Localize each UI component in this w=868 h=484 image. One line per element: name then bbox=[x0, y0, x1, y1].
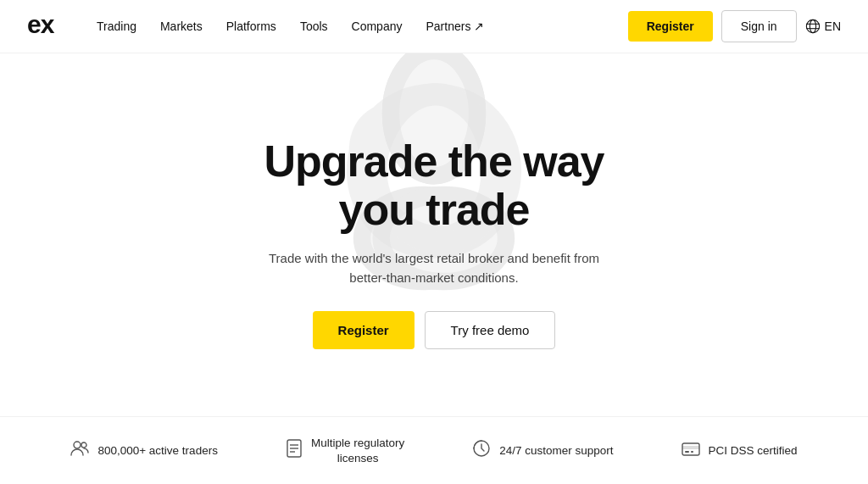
hero-buttons: Register Try free demo bbox=[256, 311, 612, 349]
svg-rect-17 bbox=[682, 446, 699, 449]
logo-svg: ex bbox=[27, 11, 63, 36]
support-icon bbox=[472, 439, 491, 462]
stat-traders-text: 800,000+ active traders bbox=[97, 443, 217, 459]
hero-section: Upgrade the way you trade Trade with the… bbox=[0, 53, 868, 416]
svg-text:ex: ex bbox=[27, 11, 55, 36]
svg-rect-19 bbox=[691, 451, 693, 453]
svg-point-1 bbox=[806, 19, 819, 32]
stat-licenses: Multiple regulatorylicenses bbox=[286, 436, 404, 465]
nav-actions: Register Sign in EN bbox=[628, 10, 841, 42]
register-hero-button[interactable]: Register bbox=[313, 311, 415, 349]
hero-content: Upgrade the way you trade Trade with the… bbox=[256, 137, 612, 349]
stats-bar: 800,000+ active traders Multiple regulat… bbox=[0, 416, 868, 484]
logo-text: ex bbox=[27, 11, 63, 42]
language-label: EN bbox=[825, 19, 841, 33]
hero-title-line2: you trade bbox=[338, 185, 529, 234]
globe-icon bbox=[805, 19, 821, 34]
nav-link-partners[interactable]: Partners ↗ bbox=[426, 19, 484, 33]
demo-button[interactable]: Try free demo bbox=[425, 311, 556, 349]
traders-icon bbox=[70, 441, 89, 460]
stat-licenses-text: Multiple regulatorylicenses bbox=[311, 436, 404, 465]
register-nav-button[interactable]: Register bbox=[628, 11, 713, 42]
nav-links: Trading Markets Platforms Tools Company … bbox=[97, 19, 628, 33]
hero-subtitle: Trade with the world's largest retail br… bbox=[256, 249, 612, 287]
pci-icon bbox=[682, 440, 700, 461]
licenses-icon bbox=[286, 439, 303, 462]
nav-link-platforms[interactable]: Platforms bbox=[226, 19, 276, 33]
nav-link-markets[interactable]: Markets bbox=[160, 19, 203, 33]
stat-pci: PCI DSS certified bbox=[682, 440, 798, 461]
svg-point-9 bbox=[74, 442, 81, 448]
stat-support: 24/7 customer support bbox=[472, 439, 613, 462]
logo[interactable]: ex bbox=[27, 11, 63, 42]
nav-link-tools[interactable]: Tools bbox=[300, 19, 328, 33]
stat-support-text: 24/7 customer support bbox=[499, 443, 613, 459]
stat-traders: 800,000+ active traders bbox=[70, 441, 217, 460]
svg-rect-18 bbox=[685, 451, 689, 453]
hero-title: Upgrade the way you trade bbox=[256, 137, 612, 234]
svg-point-10 bbox=[81, 442, 86, 448]
nav-link-company[interactable]: Company bbox=[352, 19, 403, 33]
svg-point-2 bbox=[810, 19, 815, 32]
language-button[interactable]: EN bbox=[805, 19, 841, 34]
signin-button[interactable]: Sign in bbox=[721, 10, 797, 42]
navbar: ex Trading Markets Platforms Tools Compa… bbox=[0, 0, 868, 53]
hero-title-line1: Upgrade the way bbox=[264, 136, 604, 186]
stat-pci-text: PCI DSS certified bbox=[709, 443, 798, 459]
nav-link-trading[interactable]: Trading bbox=[97, 19, 136, 33]
